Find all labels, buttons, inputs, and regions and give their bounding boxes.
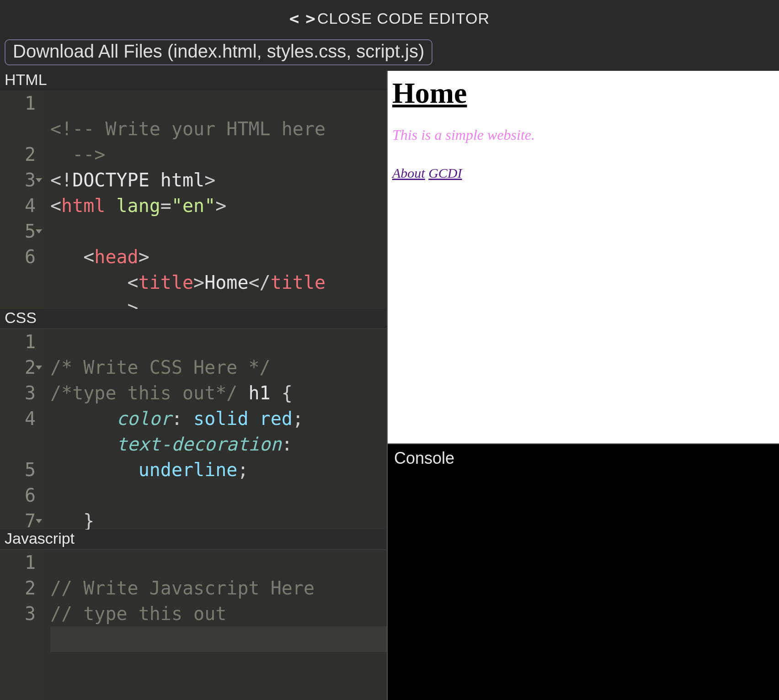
line-number: 4 bbox=[0, 406, 36, 431]
line-number: 3 bbox=[0, 167, 36, 193]
top-bar: < > CLOSE CODE EDITOR bbox=[0, 0, 779, 37]
js-pane-label: Javascript bbox=[0, 530, 387, 549]
js-editor[interactable]: 1 2 3 // Write Javascript Here// type th… bbox=[0, 549, 387, 700]
preview-heading: Home bbox=[392, 76, 774, 110]
line-number: 6 bbox=[0, 244, 36, 270]
line-number: 3 bbox=[0, 601, 36, 626]
main-area: HTML 1 2 3 4 5 6 <!-- Write your HTML he… bbox=[0, 71, 779, 700]
css-gutter: 1 2 3 4 5 6 7 bbox=[0, 329, 44, 530]
console-label: Console bbox=[394, 449, 773, 468]
js-code[interactable]: // Write Javascript Here// type this out bbox=[50, 550, 387, 700]
preview-link-gcdi[interactable]: GCDI bbox=[428, 165, 462, 180]
console-pane[interactable]: Console bbox=[388, 444, 779, 700]
js-gutter: 1 2 3 bbox=[0, 550, 44, 700]
download-row: Download All Files (index.html, styles.c… bbox=[0, 37, 779, 71]
html-editor[interactable]: 1 2 3 4 5 6 <!-- Write your HTML here --… bbox=[0, 90, 387, 309]
line-number: 5 bbox=[0, 457, 36, 483]
html-code[interactable]: <!-- Write your HTML here --><!DOCTYPE h… bbox=[50, 90, 387, 309]
line-number: 1 bbox=[0, 550, 36, 575]
css-pane-label: CSS bbox=[0, 309, 387, 329]
preview-links: About GCDI bbox=[392, 165, 774, 181]
line-number: 7 bbox=[0, 508, 36, 530]
close-editor-button[interactable]: < > CLOSE CODE EDITOR bbox=[289, 9, 490, 28]
preview-body-text: This is a simple website. bbox=[392, 127, 774, 143]
line-number: 3 bbox=[0, 380, 36, 406]
download-all-button[interactable]: Download All Files (index.html, styles.c… bbox=[5, 39, 432, 65]
preview-pane[interactable]: Home This is a simple website. About GCD… bbox=[388, 71, 779, 444]
line-number: 5 bbox=[0, 218, 36, 244]
line-number: 2 bbox=[0, 355, 36, 380]
code-icon: < > bbox=[289, 9, 314, 28]
preview-link-about[interactable]: About bbox=[392, 165, 425, 180]
html-gutter: 1 2 3 4 5 6 bbox=[0, 90, 44, 309]
download-all-label: Download All Files (index.html, styles.c… bbox=[13, 41, 424, 61]
line-number: 2 bbox=[0, 142, 36, 167]
line-number: 2 bbox=[0, 575, 36, 601]
line-number: 6 bbox=[0, 483, 36, 508]
line-number: 4 bbox=[0, 193, 36, 218]
close-editor-label: CLOSE CODE EDITOR bbox=[317, 10, 490, 27]
line-number: 1 bbox=[0, 90, 36, 116]
css-code[interactable]: /* Write CSS Here *//*type this out*/ h1… bbox=[50, 329, 387, 530]
editors-column: HTML 1 2 3 4 5 6 <!-- Write your HTML he… bbox=[0, 71, 387, 700]
html-pane-label: HTML bbox=[0, 71, 387, 90]
output-column: Home This is a simple website. About GCD… bbox=[387, 71, 779, 700]
css-editor[interactable]: 1 2 3 4 5 6 7 /* Write CSS Here *//*type… bbox=[0, 329, 387, 530]
line-number: 1 bbox=[0, 329, 36, 355]
